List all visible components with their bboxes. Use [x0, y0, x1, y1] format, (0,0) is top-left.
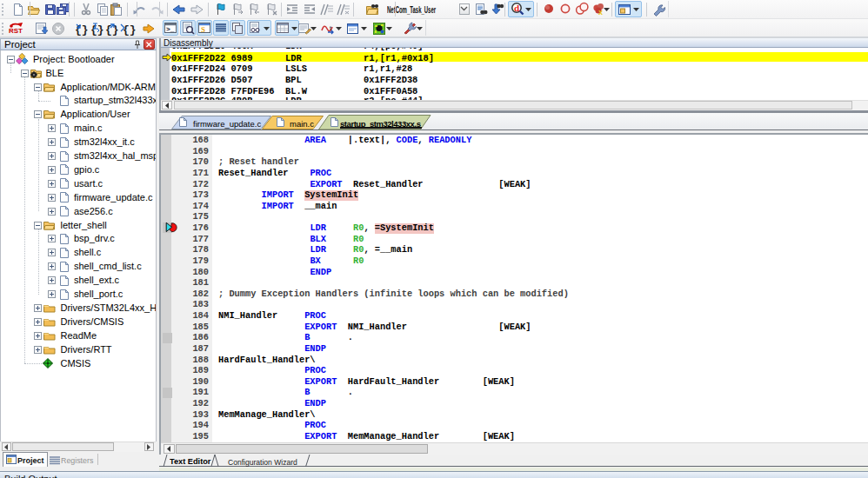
svg-text:t: t: [330, 25, 331, 31]
svg-text:{}: {}: [105, 23, 119, 37]
svg-text:>_: >_: [166, 25, 175, 33]
svg-text:{}: {}: [90, 23, 104, 37]
svg-text:d: d: [514, 3, 519, 13]
svg-text:{}: {}: [123, 23, 137, 37]
svg-text:S: S: [201, 25, 205, 34]
svg-text:x: x: [598, 8, 603, 17]
